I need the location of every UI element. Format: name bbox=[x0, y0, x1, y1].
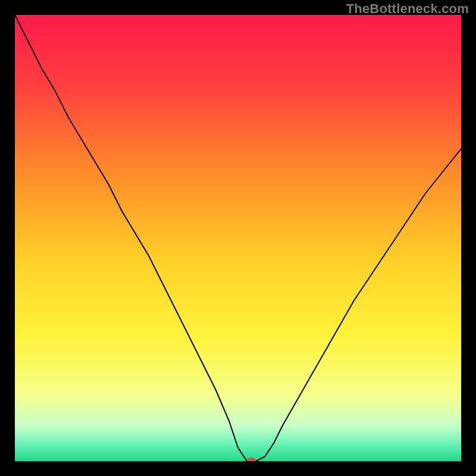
gradient-background bbox=[15, 15, 461, 461]
chart-frame: TheBottleneck.com bbox=[0, 0, 476, 476]
watermark-text: TheBottleneck.com bbox=[346, 1, 469, 17]
bottleneck-chart bbox=[15, 15, 461, 461]
